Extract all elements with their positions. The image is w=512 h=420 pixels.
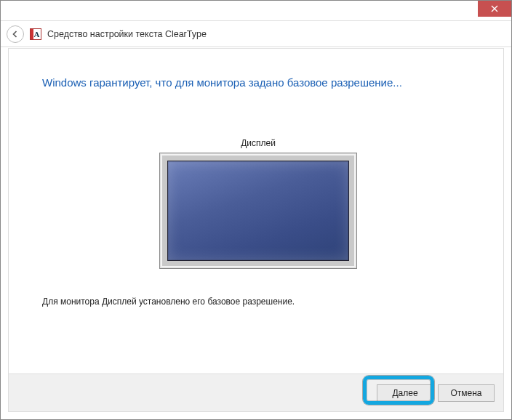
arrow-left-icon (11, 30, 20, 39)
monitor-screen (167, 161, 349, 261)
close-button[interactable] (478, 1, 511, 17)
titlebar (1, 1, 511, 21)
back-button[interactable] (7, 25, 24, 43)
cleartype-app-icon: A (30, 28, 41, 40)
display-label: Дисплей (42, 138, 474, 148)
monitor-preview (159, 153, 357, 269)
status-text: Для монитора Дисплей установлено его баз… (42, 296, 474, 307)
display-preview-block: Дисплей (42, 138, 474, 269)
window-title: Средство настройки текста ClearType (47, 29, 207, 39)
footer-bar: Далее Отмена (9, 373, 503, 411)
cancel-button[interactable]: Отмена (438, 384, 495, 402)
close-icon (491, 5, 498, 12)
content-panel: Windows гарантирует, что для монитора за… (8, 48, 504, 412)
header-bar: A Средство настройки текста ClearType (1, 21, 511, 47)
next-button[interactable]: Далее (377, 384, 433, 402)
page-heading: Windows гарантирует, что для монитора за… (42, 76, 474, 89)
